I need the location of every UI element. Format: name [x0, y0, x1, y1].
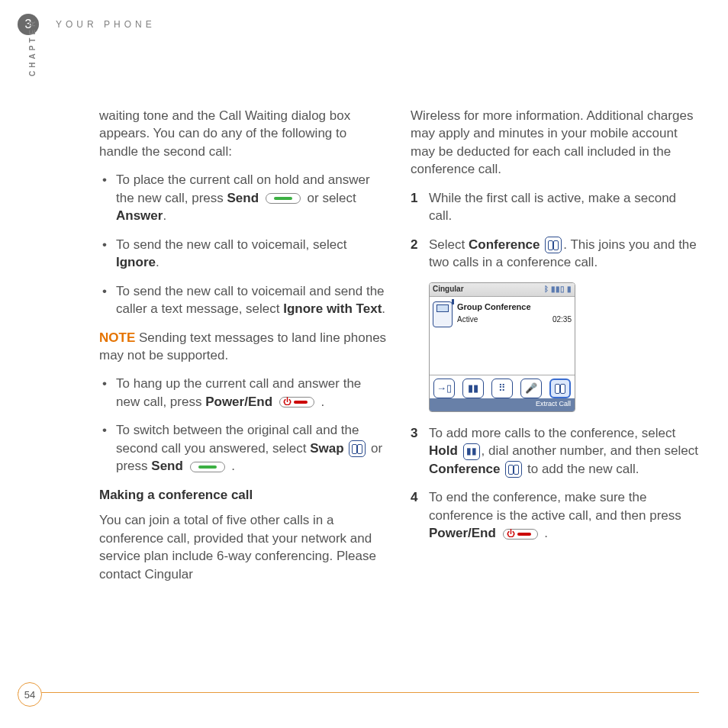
- bold-text: Ignore: [116, 255, 156, 269]
- phone-screenshot: Cingular ᛒ ▮▮▯ ▮ Group Conference Active…: [429, 282, 575, 412]
- text: , dial another number, and then select: [482, 443, 698, 458]
- step-item: 2 Select Conference . This joins you and…: [411, 236, 699, 272]
- text: To send the new call to voicemail, selec…: [116, 237, 346, 252]
- bold-text: Conference: [429, 462, 501, 476]
- dialpad-button[interactable]: ⠿: [491, 378, 513, 398]
- selected-button-caption: Extract Call: [430, 398, 575, 411]
- bold-text: Swap: [310, 441, 343, 456]
- carrier-label: Cingular: [433, 284, 464, 295]
- hold-button[interactable]: ▮▮: [462, 378, 484, 398]
- bold-text: Ignore with Text: [283, 301, 382, 316]
- status-icons: ᛒ ▮▮▯ ▮: [544, 284, 572, 295]
- list-item: To switch between the original call and …: [99, 421, 388, 475]
- note-text: Sending text messages to land line phone…: [99, 330, 386, 362]
- page-number-badge: 54: [18, 682, 42, 707]
- extract-call-button[interactable]: [549, 378, 571, 398]
- chapter-side-label: CHAPTER: [28, 18, 37, 76]
- text: While the first call is active, make a s…: [429, 191, 676, 223]
- numbered-steps-cont: 3 To add more calls to the conference, s…: [411, 424, 699, 543]
- text: Select: [429, 237, 469, 252]
- step-number: 1: [411, 189, 417, 207]
- send-button-icon: [188, 461, 227, 473]
- list-item: To send the new call to voicemail, selec…: [99, 236, 388, 272]
- call-duration: 02:35: [552, 314, 572, 325]
- bullet-list-b: To hang up the current call and answer t…: [99, 375, 388, 475]
- list-item: To send the new call to voicemail and se…: [99, 282, 388, 318]
- bold-text: Send: [151, 459, 183, 473]
- text: .: [541, 526, 548, 540]
- phone-toolbar: →▯ ▮▮ ⠿ 🎤 Extract Call: [430, 375, 575, 411]
- conference-button-icon: [505, 461, 522, 478]
- left-column: waiting tone and the Call Waiting dialog…: [99, 107, 388, 659]
- step-number: 3: [411, 424, 417, 442]
- page-content: waiting tone and the Call Waiting dialog…: [99, 107, 699, 659]
- bold-text: Power/End: [205, 395, 272, 409]
- phone-body: Group Conference Active 02:35: [430, 297, 575, 375]
- continuation-paragraph: Wireless for more information. Additiona…: [411, 107, 699, 179]
- conference-intro-paragraph: You can join a total of five other calls…: [99, 511, 388, 583]
- step-item: 1 While the first call is active, make a…: [411, 189, 699, 225]
- phone-titlebar: Cingular ᛒ ▮▮▯ ▮: [430, 283, 575, 297]
- page-header: 3 YOUR PHONE: [18, 14, 156, 35]
- step-number: 2: [411, 236, 417, 253]
- power-end-button-icon: [278, 396, 316, 408]
- list-item: To place the current call on hold and an…: [99, 171, 388, 224]
- text: .: [156, 255, 159, 269]
- numbered-steps: 1 While the first call is active, make a…: [411, 189, 699, 272]
- mute-button[interactable]: 🎤: [520, 378, 542, 398]
- text: to add the new call.: [523, 462, 639, 476]
- speaker-button[interactable]: →▯: [433, 378, 455, 398]
- footer-rule: [18, 692, 699, 693]
- subheading-conference: Making a conference call: [99, 486, 388, 504]
- send-button-icon: [264, 192, 302, 205]
- bluetooth-icon: ᛒ: [544, 284, 549, 295]
- text: .: [163, 208, 166, 223]
- bold-text: Send: [227, 191, 259, 205]
- swap-button-icon: [349, 440, 366, 457]
- text: .: [382, 301, 385, 316]
- step-number: 4: [411, 488, 417, 506]
- bullet-list-a: To place the current call on hold and an…: [99, 171, 388, 317]
- call-phone-icon: [433, 301, 453, 327]
- text: or select: [308, 191, 356, 205]
- call-status: Active: [457, 314, 478, 325]
- bold-text: Conference: [469, 237, 540, 252]
- intro-paragraph: waiting tone and the Call Waiting dialog…: [99, 107, 388, 160]
- signal-icon: ▮▮▯: [551, 284, 565, 295]
- hold-button-icon: ▮▮: [463, 443, 480, 460]
- step-item: 3 To add more calls to the conference, s…: [411, 424, 699, 478]
- note-paragraph: NOTE Sending text messages to land line …: [99, 329, 388, 365]
- running-head: YOUR PHONE: [56, 19, 156, 30]
- text: To end the conference, make sure the con…: [429, 490, 681, 522]
- text: .: [228, 459, 235, 473]
- bold-text: Answer: [116, 208, 163, 223]
- bold-text: Power/End: [429, 526, 496, 540]
- conference-button-icon: [545, 237, 562, 253]
- call-title: Group Conference: [457, 301, 572, 313]
- text: .: [317, 395, 324, 409]
- power-end-button-icon: [501, 528, 540, 540]
- bold-text: Hold: [429, 443, 458, 458]
- battery-icon: ▮: [567, 284, 572, 295]
- call-info: Group Conference Active 02:35: [457, 301, 572, 370]
- list-item: To hang up the current call and answer t…: [99, 375, 388, 411]
- note-label: NOTE: [99, 330, 135, 345]
- text: To add more calls to the conference, sel…: [429, 426, 675, 440]
- right-column: Wireless for more information. Additiona…: [411, 107, 699, 659]
- step-item: 4 To end the conference, make sure the c…: [411, 488, 699, 542]
